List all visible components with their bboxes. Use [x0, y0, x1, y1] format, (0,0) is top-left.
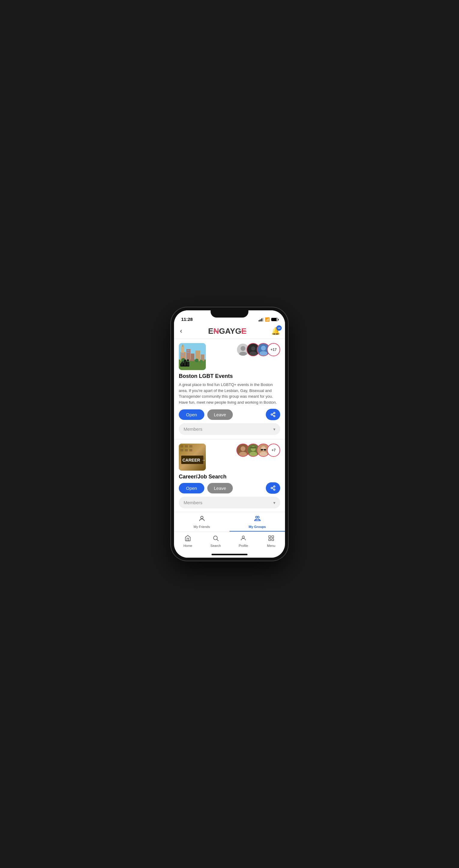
- tab-my-friends-label: My Friends: [194, 525, 210, 529]
- group-image-career: CAREER →: [179, 444, 206, 471]
- group-title-career: Career/Job Search: [179, 474, 280, 480]
- member-avatars-career: +7: [236, 444, 280, 457]
- open-button-career[interactable]: Open: [179, 483, 204, 493]
- svg-point-64: [256, 516, 257, 518]
- svg-point-25: [251, 346, 255, 350]
- members-dropdown-boston[interactable]: Members ▾: [179, 423, 280, 435]
- group-card-boston: +17 Boston LGBT Events A great place to …: [174, 339, 285, 439]
- group-top-row: +17: [179, 343, 280, 370]
- profile-icon: [240, 535, 247, 543]
- tab-my-groups-label: My Groups: [249, 525, 266, 529]
- menu-icon: [268, 535, 274, 543]
- nav-home-label: Home: [184, 544, 192, 548]
- notification-badge: 10: [276, 326, 282, 331]
- notification-button[interactable]: 🔔 10: [271, 327, 280, 335]
- avatar-more-boston: +17: [267, 343, 280, 356]
- svg-rect-55: [261, 449, 263, 451]
- svg-rect-8: [182, 345, 183, 347]
- nav-home[interactable]: Home: [174, 532, 202, 549]
- tab-my-groups[interactable]: My Groups: [230, 512, 285, 531]
- svg-point-68: [242, 536, 244, 538]
- content-area: +17 Boston LGBT Events A great place to …: [174, 339, 285, 512]
- svg-rect-38: [185, 445, 188, 447]
- svg-rect-13: [187, 350, 188, 351]
- svg-rect-12: [183, 355, 183, 356]
- svg-rect-70: [272, 536, 273, 537]
- bottom-nav: Home Search Profile: [174, 531, 285, 551]
- svg-rect-41: [185, 449, 188, 452]
- leave-button-career[interactable]: Leave: [207, 483, 233, 493]
- friends-svg: [198, 515, 205, 522]
- signal-icon: [259, 318, 264, 321]
- svg-rect-14: [188, 350, 189, 351]
- svg-point-28: [261, 346, 266, 350]
- group-title-boston: Boston LGBT Events: [179, 373, 280, 379]
- avatar-more-career: +7: [267, 444, 280, 457]
- phone-screen: 11:28 📶 ‹ ENGAYGE: [174, 310, 285, 558]
- group-actions-boston: Open Leave: [179, 409, 280, 420]
- nav-search[interactable]: Search: [202, 532, 230, 549]
- nav-search-label: Search: [210, 544, 221, 548]
- back-button[interactable]: ‹: [179, 326, 183, 336]
- group-image-boston: [179, 343, 206, 370]
- svg-rect-71: [269, 539, 271, 540]
- svg-rect-51: [250, 447, 257, 448]
- svg-rect-4: [191, 353, 194, 361]
- svg-rect-16: [188, 352, 189, 353]
- groups-svg: [254, 515, 261, 522]
- nav-menu[interactable]: Menu: [257, 532, 285, 549]
- status-time: 11:28: [181, 317, 193, 322]
- share-button-career[interactable]: [266, 482, 280, 494]
- svg-rect-40: [180, 449, 183, 452]
- home-svg: [185, 535, 191, 541]
- open-button-boston[interactable]: Open: [179, 409, 204, 420]
- nav-profile[interactable]: Profile: [230, 532, 257, 549]
- share-button-boston[interactable]: [266, 409, 280, 420]
- home-indicator: [174, 551, 285, 558]
- svg-point-17: [181, 358, 186, 362]
- members-label-career: Members: [184, 500, 202, 505]
- svg-point-20: [200, 360, 203, 363]
- svg-point-22: [240, 346, 245, 351]
- members-dropdown-career[interactable]: Members ▾: [179, 497, 280, 508]
- search-svg: [212, 535, 219, 541]
- group-desc-boston: A great place to find fun LGBTQ+ events …: [179, 382, 280, 405]
- home-bar: [211, 554, 248, 555]
- svg-rect-11: [181, 355, 182, 356]
- app-header: ‹ ENGAYGE 🔔 10: [174, 323, 285, 339]
- tab-section: My Friends My Groups: [174, 512, 285, 531]
- svg-line-61: [272, 488, 273, 489]
- leave-button-boston[interactable]: Leave: [207, 409, 233, 420]
- svg-point-63: [201, 516, 203, 519]
- svg-rect-37: [180, 445, 183, 447]
- svg-line-67: [217, 539, 219, 541]
- nav-menu-label: Menu: [267, 544, 275, 548]
- members-label-boston: Members: [184, 427, 202, 432]
- svg-line-33: [272, 415, 273, 416]
- svg-point-18: [186, 360, 189, 363]
- phone-notch: [210, 307, 249, 317]
- phone-frame: 11:28 📶 ‹ ENGAYGE: [171, 307, 288, 561]
- app-logo: ENGAYGE: [208, 327, 247, 336]
- search-icon: [212, 535, 219, 543]
- logo-text: ENGAYGE: [208, 327, 247, 336]
- member-avatars-boston: +17: [236, 343, 280, 356]
- svg-point-46: [240, 446, 245, 451]
- menu-svg: [268, 535, 274, 541]
- svg-rect-42: [189, 449, 192, 452]
- svg-rect-39: [189, 445, 192, 447]
- group-top-row-career: CAREER →: [179, 444, 280, 471]
- profile-svg: [240, 535, 247, 541]
- svg-rect-7: [181, 346, 184, 353]
- svg-rect-72: [272, 539, 273, 540]
- svg-rect-56: [264, 449, 266, 451]
- tab-my-friends[interactable]: My Friends: [174, 512, 230, 531]
- group-actions-career: Open Leave: [179, 482, 280, 494]
- status-icons: 📶: [259, 317, 278, 322]
- svg-point-19: [195, 359, 199, 362]
- svg-text:CAREER →: CAREER →: [183, 458, 205, 463]
- svg-rect-15: [187, 352, 188, 353]
- group-card-career: CAREER →: [174, 439, 285, 512]
- share-icon: [270, 412, 276, 417]
- svg-line-34: [272, 413, 273, 414]
